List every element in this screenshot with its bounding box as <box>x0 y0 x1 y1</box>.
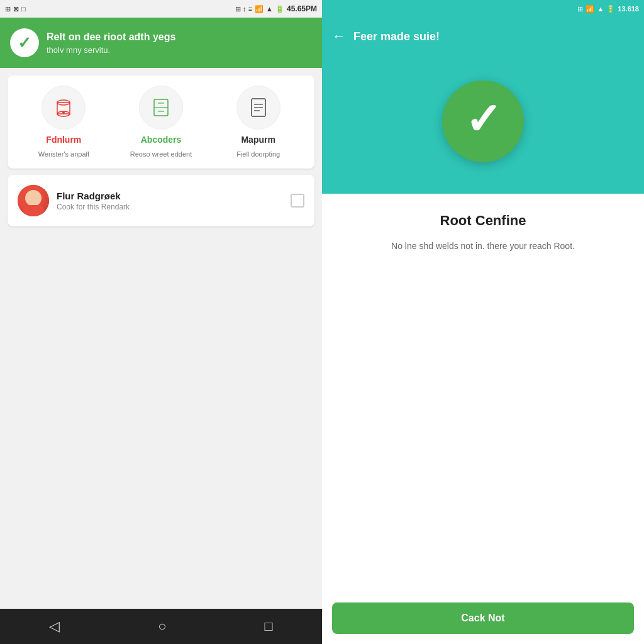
cabinet-icon <box>150 96 172 119</box>
left-status-bar: ⊞ ⊠ □ ⊞ ↕ ≡ 📶 ▲ 🔋 45.65PM <box>0 0 322 18</box>
right-wifi-icon: 📶 <box>586 5 594 13</box>
result-description: No lne shd welds not in. there your reac… <box>391 239 575 253</box>
avatar <box>18 185 49 216</box>
left-icon-2: ⊠ <box>13 5 19 13</box>
success-circle: ✓ <box>442 80 524 162</box>
left-battery-icon: 🔋 <box>275 5 284 13</box>
left-status-icons: ⊞ ⊠ □ <box>5 5 26 13</box>
right-status-bar: ⊞ 📶 ▲ 🔋 13.618 <box>322 0 644 18</box>
document-icon <box>247 96 270 119</box>
action-bar: Cack Not <box>322 592 644 644</box>
service-item-3[interactable]: Mapurm Fiell doorpting <box>212 86 304 158</box>
cack-not-button[interactable]: Cack Not <box>332 602 634 634</box>
left-icon-1: ⊞ <box>5 5 11 13</box>
service-1-icon-bg <box>42 86 86 130</box>
left-wifi-icon: 📶 <box>255 5 264 13</box>
left-header-title: Relt on dee rioot adth yegs <box>47 31 175 44</box>
profile-role: Cook for this Rendark <box>57 203 283 211</box>
service-item-1[interactable]: Fdnlurm Werister's anpalf <box>18 86 110 158</box>
service-2-name: Abcoders <box>141 135 182 145</box>
left-extra-icons: ⊞ ↕ ≡ <box>235 5 252 13</box>
right-icon-1: ⊞ <box>577 5 583 13</box>
left-header-text: Relt on dee rioot adth yegs tholv mny se… <box>47 31 175 55</box>
right-status-icons: ⊞ 📶 ▲ 🔋 13.618 <box>577 5 639 13</box>
service-1-name: Fdnlurm <box>46 135 81 145</box>
service-2-icon-bg <box>139 86 183 130</box>
header-checkmark-icon: ✓ <box>18 35 31 51</box>
left-icon-3: □ <box>21 5 26 13</box>
service-3-desc: Fiell doorpting <box>236 150 280 158</box>
left-header: ✓ Relt on dee rioot adth yegs tholv mny … <box>0 18 322 68</box>
svg-point-3 <box>62 111 65 114</box>
success-section: ✓ <box>322 55 644 194</box>
left-time: 45.65PM <box>287 4 317 13</box>
profile-card[interactable]: Flur Radgrøek Cook for this Rendark <box>8 175 314 226</box>
services-grid: Fdnlurm Werister's anpalf Abcoders <box>18 86 304 158</box>
left-content: Fdnlurm Werister's anpalf Abcoders <box>0 68 322 609</box>
nav-back-button[interactable]: ◁ <box>49 618 60 635</box>
service-2-desc: Reoso wreet eddent <box>130 150 192 158</box>
service-item-2[interactable]: Abcoders Reoso wreet eddent <box>115 86 208 158</box>
cylinder-icon <box>52 96 75 119</box>
right-signal-icon: ▲ <box>597 5 604 13</box>
right-header-title: Feer made suie! <box>353 30 440 43</box>
right-header: ← Feer made suie! <box>322 18 644 55</box>
back-button[interactable]: ← <box>332 28 346 45</box>
result-section: Root Cenfine No lne shd welds not in. th… <box>322 194 644 592</box>
nav-apps-button[interactable]: □ <box>265 618 273 635</box>
left-signal-icon: ▲ <box>266 5 273 13</box>
profile-name: Flur Radgrøek <box>57 191 283 201</box>
service-3-name: Mapurm <box>241 135 275 145</box>
bottom-nav: ◁ ○ □ <box>0 609 322 644</box>
nav-home-button[interactable]: ○ <box>158 618 166 635</box>
services-card: Fdnlurm Werister's anpalf Abcoders <box>8 75 314 169</box>
left-phone: ⊞ ⊠ □ ⊞ ↕ ≡ 📶 ▲ 🔋 45.65PM ✓ Relt on dee … <box>0 0 322 644</box>
right-battery-icon: 🔋 <box>606 5 615 13</box>
left-header-subtitle: tholv mny servitu. <box>47 45 175 55</box>
profile-info: Flur Radgrøek Cook for this Rendark <box>57 191 283 211</box>
header-check-circle: ✓ <box>10 28 39 57</box>
success-checkmark-icon: ✓ <box>465 97 502 142</box>
service-3-icon-bg <box>236 86 280 130</box>
right-time: 13.618 <box>618 5 639 13</box>
service-1-desc: Werister's anpalf <box>38 150 89 158</box>
right-phone: ⊞ 📶 ▲ 🔋 13.618 ← Feer made suie! ✓ Root … <box>322 0 644 644</box>
profile-checkbox[interactable] <box>291 194 304 208</box>
result-title: Root Cenfine <box>440 213 526 229</box>
